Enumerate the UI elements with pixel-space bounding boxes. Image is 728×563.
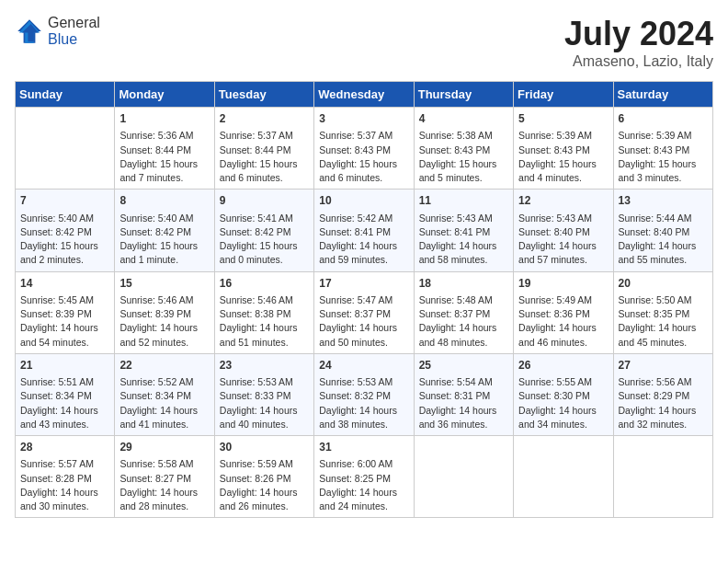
calendar-cell: 7Sunrise: 5:40 AM Sunset: 8:42 PM Daylig… xyxy=(16,190,115,271)
day-info: Sunrise: 5:51 AM Sunset: 8:34 PM Dayligh… xyxy=(20,376,98,430)
logo-general-text: General xyxy=(48,15,100,30)
month-title: July 2024 xyxy=(564,15,713,53)
day-info: Sunrise: 5:53 AM Sunset: 8:33 PM Dayligh… xyxy=(220,376,298,430)
day-info: Sunrise: 5:55 AM Sunset: 8:30 PM Dayligh… xyxy=(518,376,597,430)
day-info: Sunrise: 5:47 AM Sunset: 8:37 PM Dayligh… xyxy=(319,294,397,348)
calendar-cell: 30Sunrise: 5:59 AM Sunset: 8:26 PM Dayli… xyxy=(214,436,313,518)
day-number: 15 xyxy=(119,276,209,292)
calendar-cell: 17Sunrise: 5:47 AM Sunset: 8:37 PM Dayli… xyxy=(314,271,414,353)
day-number: 16 xyxy=(220,276,309,292)
page-header: General Blue July 2024 Amaseno, Lazio, I… xyxy=(15,15,713,70)
day-info: Sunrise: 5:48 AM Sunset: 8:37 PM Dayligh… xyxy=(419,294,497,348)
day-number: 5 xyxy=(518,111,608,127)
calendar-cell xyxy=(414,436,513,518)
calendar-cell: 8Sunrise: 5:40 AM Sunset: 8:42 PM Daylig… xyxy=(115,190,214,271)
calendar-header-row: SundayMondayTuesdayWednesdayThursdayFrid… xyxy=(16,82,713,108)
day-number: 22 xyxy=(119,358,209,373)
title-block: July 2024 Amaseno, Lazio, Italy xyxy=(564,15,713,70)
day-info: Sunrise: 5:43 AM Sunset: 8:40 PM Dayligh… xyxy=(518,213,597,266)
calendar-week-row: 28Sunrise: 5:57 AM Sunset: 8:28 PM Dayli… xyxy=(16,436,713,518)
day-number: 29 xyxy=(119,440,209,455)
day-info: Sunrise: 5:46 AM Sunset: 8:39 PM Dayligh… xyxy=(119,294,198,348)
calendar-cell: 23Sunrise: 5:53 AM Sunset: 8:33 PM Dayli… xyxy=(214,353,313,435)
logo-text: General Blue xyxy=(48,15,100,48)
logo-icon xyxy=(15,17,44,46)
day-number: 23 xyxy=(220,358,309,373)
day-number: 24 xyxy=(319,358,408,373)
calendar-week-row: 7Sunrise: 5:40 AM Sunset: 8:42 PM Daylig… xyxy=(16,190,713,271)
day-info: Sunrise: 5:59 AM Sunset: 8:26 PM Dayligh… xyxy=(220,458,298,511)
column-header-wednesday: Wednesday xyxy=(314,82,414,108)
calendar-cell: 2Sunrise: 5:37 AM Sunset: 8:44 PM Daylig… xyxy=(214,108,313,190)
calendar-cell: 14Sunrise: 5:45 AM Sunset: 8:39 PM Dayli… xyxy=(16,271,115,353)
column-header-monday: Monday xyxy=(115,82,214,108)
day-number: 30 xyxy=(220,440,309,455)
calendar-cell: 16Sunrise: 5:46 AM Sunset: 8:38 PM Dayli… xyxy=(214,271,313,353)
day-number: 13 xyxy=(619,193,708,209)
day-number: 17 xyxy=(319,276,408,292)
calendar-cell: 15Sunrise: 5:46 AM Sunset: 8:39 PM Dayli… xyxy=(115,271,214,353)
day-number: 19 xyxy=(518,276,608,292)
day-number: 7 xyxy=(20,193,109,209)
day-info: Sunrise: 5:43 AM Sunset: 8:41 PM Dayligh… xyxy=(419,213,497,266)
calendar-cell: 25Sunrise: 5:54 AM Sunset: 8:31 PM Dayli… xyxy=(414,353,513,435)
day-number: 6 xyxy=(619,111,708,127)
day-number: 4 xyxy=(419,111,508,127)
day-info: Sunrise: 5:46 AM Sunset: 8:38 PM Dayligh… xyxy=(220,294,298,348)
day-info: Sunrise: 5:52 AM Sunset: 8:34 PM Dayligh… xyxy=(119,376,198,430)
logo-blue-text: Blue xyxy=(48,31,77,47)
calendar-cell: 10Sunrise: 5:42 AM Sunset: 8:41 PM Dayli… xyxy=(314,190,414,271)
calendar-cell: 9Sunrise: 5:41 AM Sunset: 8:42 PM Daylig… xyxy=(214,190,313,271)
day-info: Sunrise: 5:44 AM Sunset: 8:40 PM Dayligh… xyxy=(619,213,697,266)
day-info: Sunrise: 5:39 AM Sunset: 8:43 PM Dayligh… xyxy=(619,130,697,183)
day-number: 12 xyxy=(518,193,608,209)
calendar-week-row: 14Sunrise: 5:45 AM Sunset: 8:39 PM Dayli… xyxy=(16,271,713,353)
day-info: Sunrise: 5:36 AM Sunset: 8:44 PM Dayligh… xyxy=(119,130,198,183)
calendar-cell: 31Sunrise: 6:00 AM Sunset: 8:25 PM Dayli… xyxy=(314,436,414,518)
column-header-thursday: Thursday xyxy=(414,82,513,108)
calendar-week-row: 1Sunrise: 5:36 AM Sunset: 8:44 PM Daylig… xyxy=(16,108,713,190)
calendar-cell: 1Sunrise: 5:36 AM Sunset: 8:44 PM Daylig… xyxy=(115,108,214,190)
day-number: 25 xyxy=(419,358,508,373)
day-info: Sunrise: 5:58 AM Sunset: 8:27 PM Dayligh… xyxy=(119,458,198,511)
calendar-cell: 5Sunrise: 5:39 AM Sunset: 8:43 PM Daylig… xyxy=(514,108,613,190)
calendar-cell: 21Sunrise: 5:51 AM Sunset: 8:34 PM Dayli… xyxy=(16,353,115,435)
day-info: Sunrise: 5:37 AM Sunset: 8:43 PM Dayligh… xyxy=(319,130,397,183)
day-number: 28 xyxy=(20,440,109,455)
day-info: Sunrise: 5:38 AM Sunset: 8:43 PM Dayligh… xyxy=(419,130,497,183)
day-number: 20 xyxy=(619,276,708,292)
column-header-saturday: Saturday xyxy=(613,82,712,108)
day-number: 27 xyxy=(619,358,708,373)
day-info: Sunrise: 5:40 AM Sunset: 8:42 PM Dayligh… xyxy=(20,213,98,266)
calendar-cell: 13Sunrise: 5:44 AM Sunset: 8:40 PM Dayli… xyxy=(613,190,712,271)
day-info: Sunrise: 5:57 AM Sunset: 8:28 PM Dayligh… xyxy=(20,458,98,511)
day-number: 18 xyxy=(419,276,508,292)
day-number: 9 xyxy=(220,193,309,209)
day-info: Sunrise: 5:45 AM Sunset: 8:39 PM Dayligh… xyxy=(20,294,98,348)
calendar-cell: 20Sunrise: 5:50 AM Sunset: 8:35 PM Dayli… xyxy=(613,271,712,353)
calendar-cell: 19Sunrise: 5:49 AM Sunset: 8:36 PM Dayli… xyxy=(514,271,613,353)
day-info: Sunrise: 5:56 AM Sunset: 8:29 PM Dayligh… xyxy=(619,376,697,430)
calendar-cell: 28Sunrise: 5:57 AM Sunset: 8:28 PM Dayli… xyxy=(16,436,115,518)
day-info: Sunrise: 5:37 AM Sunset: 8:44 PM Dayligh… xyxy=(220,130,298,183)
calendar-cell: 4Sunrise: 5:38 AM Sunset: 8:43 PM Daylig… xyxy=(414,108,513,190)
calendar-cell: 27Sunrise: 5:56 AM Sunset: 8:29 PM Dayli… xyxy=(613,353,712,435)
day-number: 11 xyxy=(419,193,508,209)
day-info: Sunrise: 6:00 AM Sunset: 8:25 PM Dayligh… xyxy=(319,458,397,511)
day-number: 10 xyxy=(319,193,408,209)
day-info: Sunrise: 5:50 AM Sunset: 8:35 PM Dayligh… xyxy=(619,294,697,348)
day-number: 26 xyxy=(518,358,608,373)
calendar-cell: 12Sunrise: 5:43 AM Sunset: 8:40 PM Dayli… xyxy=(514,190,613,271)
day-number: 8 xyxy=(119,193,209,209)
calendar-week-row: 21Sunrise: 5:51 AM Sunset: 8:34 PM Dayli… xyxy=(16,353,713,435)
calendar-cell xyxy=(613,436,712,518)
location: Amaseno, Lazio, Italy xyxy=(564,53,713,70)
day-info: Sunrise: 5:54 AM Sunset: 8:31 PM Dayligh… xyxy=(419,376,497,430)
column-header-tuesday: Tuesday xyxy=(214,82,313,108)
day-info: Sunrise: 5:39 AM Sunset: 8:43 PM Dayligh… xyxy=(518,130,597,183)
calendar-cell: 18Sunrise: 5:48 AM Sunset: 8:37 PM Dayli… xyxy=(414,271,513,353)
calendar-cell: 6Sunrise: 5:39 AM Sunset: 8:43 PM Daylig… xyxy=(613,108,712,190)
day-number: 21 xyxy=(20,358,109,373)
day-number: 31 xyxy=(319,440,408,455)
day-info: Sunrise: 5:42 AM Sunset: 8:41 PM Dayligh… xyxy=(319,213,397,266)
